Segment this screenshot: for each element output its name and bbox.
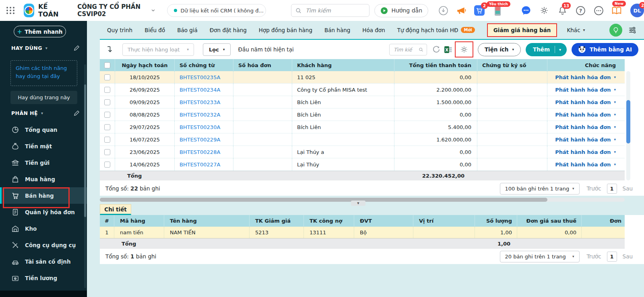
detail-current-page-box[interactable]: 1 bbox=[607, 252, 617, 262]
edit-pencil-icon[interactable] bbox=[74, 110, 80, 116]
page-size-dropdown[interactable]: 100 bản ghi trên 1 trang ▾ bbox=[500, 183, 580, 195]
col-don-truncated[interactable]: Đơn bbox=[582, 215, 625, 227]
col-tk-giam-gia[interactable]: TK Giảm giá bbox=[250, 215, 304, 227]
misa-logo-icon[interactable] bbox=[24, 4, 34, 17]
document-link[interactable]: BHTEST00234A bbox=[180, 87, 220, 93]
chat-icon[interactable] bbox=[521, 5, 531, 16]
gear-icon[interactable] bbox=[539, 5, 549, 16]
detail-next-page-button[interactable]: Sau bbox=[623, 253, 633, 260]
table-settings-gear-icon[interactable] bbox=[458, 43, 470, 55]
col-dvt[interactable]: ĐVT bbox=[354, 215, 413, 227]
whats-new-icon[interactable]: New bbox=[611, 5, 622, 16]
row-checkbox[interactable] bbox=[104, 99, 110, 105]
refresh-icon[interactable] bbox=[430, 43, 442, 55]
document-link[interactable]: BHTEST00228A bbox=[180, 149, 220, 155]
table-row[interactable]: 18/10/2025 BHTEST00235A 11 025 0,00 Phát… bbox=[100, 71, 625, 84]
sidebar-item-quan-ly-hoa-don[interactable]: Quản lý hóa đơn bbox=[0, 204, 87, 220]
col-ngay-hach-toan[interactable]: Ngày hạch toán bbox=[115, 59, 175, 71]
tab-tu-dong-hach-toan[interactable]: Tự động hạch toán HĐ Mới bbox=[397, 27, 475, 33]
export-excel-icon[interactable]: X bbox=[442, 43, 454, 55]
issue-invoice-action[interactable]: Phát hành hóa đơn▾ bbox=[555, 87, 616, 93]
row-checkbox[interactable] bbox=[104, 137, 110, 143]
table-search-input[interactable] bbox=[393, 46, 417, 53]
table-row[interactable]: 09/09/2025 BHTEST00233A Bích Liên 1.500.… bbox=[100, 96, 625, 109]
global-search[interactable] bbox=[291, 4, 369, 17]
issue-invoice-action[interactable]: Phát hành hóa đơn▾ bbox=[555, 74, 616, 80]
issue-invoice-action[interactable]: Phát hành hóa đơn▾ bbox=[555, 112, 616, 118]
sort-download-icon[interactable] bbox=[104, 43, 116, 55]
row-checkbox[interactable] bbox=[104, 149, 110, 155]
tab-ban-hang[interactable]: Bán hàng bbox=[324, 27, 350, 33]
tab-hop-dong-ban-hang[interactable]: Hợp đồng bán hàng bbox=[259, 27, 312, 33]
prev-page-button[interactable]: Trước bbox=[587, 185, 601, 192]
document-link[interactable]: BHTEST00235A bbox=[180, 74, 220, 80]
tab-quy-trinh[interactable]: Quy trình bbox=[107, 27, 132, 33]
col-index[interactable]: # bbox=[100, 215, 114, 227]
table-row[interactable]: 29/07/2025 BHTEST00230A Bích Liên 5.400,… bbox=[100, 121, 625, 133]
batch-action-dropdown[interactable]: Thực hiện hàng loạt ▾ bbox=[122, 43, 194, 56]
sidebar-item-tien-gui[interactable]: Tiền gửi bbox=[0, 154, 87, 171]
sidebar-item-ban-hang[interactable]: Bán hàng bbox=[0, 187, 87, 204]
row-checkbox[interactable] bbox=[104, 124, 110, 130]
sidebar-item-tien-mat[interactable]: Tiền mặt bbox=[0, 138, 87, 154]
more-options-icon[interactable] bbox=[593, 5, 604, 16]
sidebar-item-cong-cu-dung-cu[interactable]: Công cụ dụng cụ bbox=[0, 237, 87, 253]
quick-add-button[interactable]: + Thêm nhanh bbox=[14, 26, 66, 37]
download-icon[interactable] bbox=[438, 5, 448, 16]
store-cart-icon[interactable]: 2 bbox=[474, 5, 485, 16]
pin-features-hint[interactable]: Ghim các tính năng hay dùng tại đây bbox=[10, 60, 77, 86]
col-so-chung-tu[interactable]: Số chứng từ bbox=[175, 59, 233, 71]
tab-khac[interactable]: Khác ▾ bbox=[567, 27, 585, 33]
col-so-luong[interactable]: Số lượng bbox=[475, 215, 517, 227]
display-settings-icon[interactable] bbox=[628, 26, 637, 35]
modules-section-header[interactable]: PHÂN HỆ ▾ bbox=[11, 110, 80, 116]
megaphone-icon[interactable] bbox=[456, 5, 466, 16]
mobile-app-icon[interactable]: Yêu thích bbox=[492, 5, 503, 16]
col-khach-hang[interactable]: Khách hàng bbox=[292, 59, 394, 71]
vertical-scrollbar[interactable] bbox=[626, 71, 630, 180]
user-avatar[interactable]: DL 2 bbox=[630, 4, 644, 17]
sidebar-item-mua-hang[interactable]: Mua hàng bbox=[0, 171, 87, 187]
sidebar-item-kho[interactable]: Kho bbox=[0, 220, 87, 237]
crm-connection-badge[interactable]: Dữ liệu kết nối CRM ( không đ... bbox=[167, 4, 266, 17]
tab-bao-gia[interactable]: Báo giá bbox=[177, 27, 198, 33]
col-ma-hang[interactable]: Mã hàng bbox=[114, 215, 164, 227]
row-checkbox[interactable] bbox=[104, 112, 110, 118]
vertical-scrollbar-thumb[interactable] bbox=[626, 100, 630, 143]
col-chung-tu-ky-so[interactable]: Chứng từ ký số bbox=[477, 59, 547, 71]
issue-invoice-action[interactable]: Phát hành hóa đơn▾ bbox=[555, 162, 616, 168]
utilities-button[interactable]: Tiện ích ▾ bbox=[478, 43, 521, 56]
tab-don-dat-hang[interactable]: Đơn đặt hàng bbox=[210, 27, 247, 33]
frequent-page-button[interactable]: Hay dùng trang này bbox=[10, 91, 77, 104]
tab-chi-tiet[interactable]: Chi tiết bbox=[100, 204, 131, 215]
select-all-checkbox[interactable] bbox=[104, 62, 110, 68]
document-link[interactable]: BHTEST00229A bbox=[180, 137, 220, 143]
frequent-section-header[interactable]: HAY DÙNG ▾ bbox=[11, 45, 80, 51]
company-selector[interactable]: CÔNG TY CỔ PHẦN CSVIP02 bbox=[77, 3, 155, 18]
guide-button[interactable]: Hướng dẫn bbox=[374, 4, 428, 17]
document-link[interactable]: BHTEST00230A bbox=[180, 124, 220, 130]
table-row[interactable]: 23/06/2025 BHTEST00228A Lại Thúy a 0,00 … bbox=[100, 146, 625, 158]
document-link[interactable]: BHTEST00232A bbox=[180, 112, 220, 118]
row-checkbox[interactable] bbox=[104, 87, 110, 93]
table-search[interactable] bbox=[389, 44, 427, 55]
col-vi-tri[interactable]: Vị trí bbox=[413, 215, 475, 227]
tips-lightbulb-icon[interactable] bbox=[609, 24, 622, 37]
add-button[interactable]: Thêm ▾ bbox=[526, 43, 567, 56]
collapse-detail-handle[interactable]: ▼ bbox=[351, 201, 365, 206]
sidebar-item-tong-quan[interactable]: Tổng quan bbox=[0, 121, 87, 138]
table-row[interactable]: 14/06/2025 BHTEST00227A Lại Thúy 0,00 Ph… bbox=[100, 158, 625, 171]
row-checkbox[interactable] bbox=[104, 162, 110, 168]
issue-invoice-action[interactable]: Phát hành hóa đơn▾ bbox=[555, 124, 616, 130]
col-tong-tien-thanh-toan[interactable]: Tổng tiền thanh toán bbox=[394, 59, 477, 71]
global-search-input[interactable] bbox=[305, 7, 365, 14]
help-icon[interactable]: ? bbox=[575, 5, 586, 16]
sidebar-item-tai-san-co-dinh[interactable]: Tài sản cố định bbox=[0, 253, 87, 270]
filter-button[interactable]: Lọc ▾ bbox=[203, 43, 231, 56]
tab-giam-gia-hang-ban[interactable]: Giảm giá hàng bán bbox=[487, 23, 557, 37]
table-row[interactable]: 26/09/2025 BHTEST00234A Công ty Cổ phần … bbox=[100, 84, 625, 96]
row-checkbox[interactable] bbox=[104, 74, 110, 80]
issue-invoice-action[interactable]: Phát hành hóa đơn▾ bbox=[555, 99, 616, 105]
current-page-box[interactable]: 1 bbox=[607, 184, 617, 194]
detail-row[interactable]: 1 nam tiến NAM TIẾN 5213 13111 Bộ 1,00 0… bbox=[100, 227, 625, 238]
